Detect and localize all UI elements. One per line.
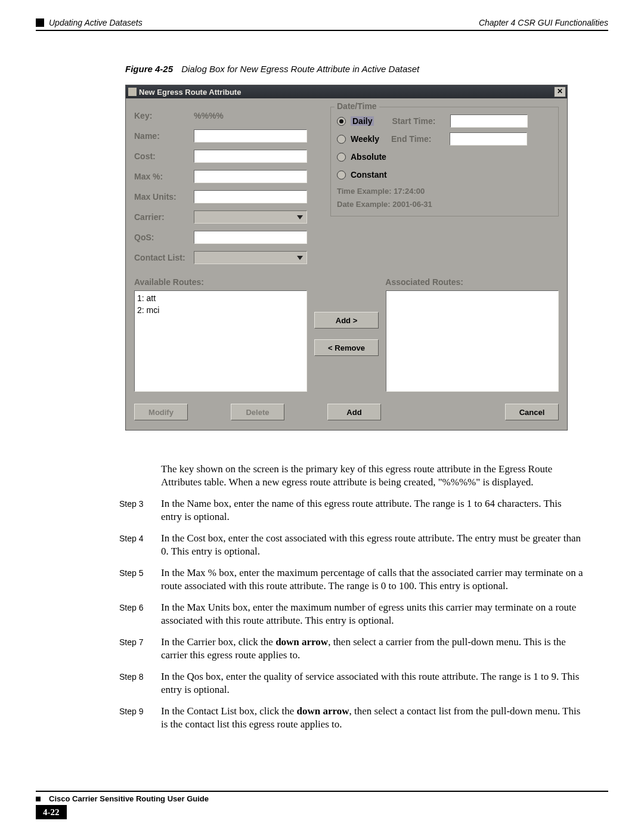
add-move-button[interactable]: Add > — [314, 312, 379, 329]
radio-constant-label: Constant — [351, 170, 387, 179]
step-text: In the Cost box, enter the cost associat… — [161, 532, 584, 558]
value-key: %%%% — [194, 111, 224, 120]
label-contactlist: Contact List: — [134, 253, 194, 262]
max-percent-input[interactable] — [194, 170, 307, 183]
label-maxunits: Max Units: — [134, 192, 194, 202]
step-text: In the Max % box, enter the maximum perc… — [161, 566, 584, 593]
available-routes-list[interactable]: 1: att 2: mci — [134, 290, 307, 392]
max-units-input[interactable] — [194, 190, 307, 203]
label-qos: QoS: — [134, 233, 194, 242]
header-rule — [36, 30, 608, 31]
dialog-titlebar: New Egress Route Attribute ✕ — [126, 85, 567, 98]
start-time-input[interactable] — [450, 114, 528, 128]
step-text: In the Contact List box, click the down … — [161, 705, 584, 731]
name-input[interactable] — [194, 129, 307, 143]
contact-list-select[interactable] — [194, 251, 307, 264]
footer-guide: Cisco Carrier Sensitive Routing User Gui… — [49, 794, 209, 803]
radio-constant[interactable] — [337, 171, 346, 179]
step-label: Step 6 — [119, 601, 161, 627]
associated-routes-list[interactable] — [386, 290, 559, 392]
label-cost: Cost: — [134, 151, 194, 161]
available-routes-label: Available Routes: — [134, 277, 204, 287]
delete-button[interactable]: Delete — [231, 404, 284, 420]
chevron-down-icon — [297, 215, 303, 219]
footer-square-icon — [36, 797, 41, 801]
radio-daily[interactable] — [337, 117, 346, 126]
carrier-select[interactable] — [194, 210, 307, 224]
page-footer: Cisco Carrier Sensitive Routing User Gui… — [36, 791, 608, 817]
chevron-down-icon — [297, 256, 303, 260]
qos-input[interactable] — [194, 231, 307, 244]
step-text: In the Qos box, enter the quality of ser… — [161, 670, 584, 696]
radio-daily-label: Daily — [351, 116, 374, 126]
radio-weekly[interactable] — [337, 135, 346, 144]
associated-routes-label: Associated Routes: — [385, 277, 463, 287]
dialog-new-egress-route-attribute: New Egress Route Attribute ✕ Key:%%%% Na… — [125, 85, 568, 431]
modify-button[interactable]: Modify — [134, 404, 188, 420]
label-carrier: Carrier: — [134, 212, 194, 222]
step-text: In the Carrier box, click the down arrow… — [161, 636, 584, 662]
add-button[interactable]: Add — [327, 404, 381, 420]
radio-absolute[interactable] — [337, 153, 346, 162]
date-time-group: Date/Time Daily Start Time: Weekly — [330, 107, 559, 216]
date-time-title: Date/Time — [335, 101, 379, 111]
app-icon — [128, 88, 137, 96]
step-label: Step 4 — [119, 532, 161, 558]
label-key: Key: — [134, 111, 194, 120]
header-square-icon — [36, 18, 44, 27]
label-name: Name: — [134, 131, 194, 141]
remove-move-button[interactable]: < Remove — [314, 339, 379, 356]
cancel-button[interactable]: Cancel — [505, 404, 559, 420]
list-item[interactable]: 1: att — [137, 292, 304, 304]
step-label: Step 5 — [119, 566, 161, 593]
end-time-label: End Time: — [391, 134, 445, 144]
radio-absolute-label: Absolute — [351, 152, 386, 162]
page-number: 4-22 — [36, 805, 67, 819]
close-button[interactable]: ✕ — [554, 86, 566, 97]
header-chapter: Chapter 4 CSR GUI Functionalities — [479, 18, 608, 27]
figure-caption: Figure 4-25 Dialog Box for New Egress Ro… — [125, 64, 608, 74]
page-header: Updating Active Datasets Chapter 4 CSR G… — [36, 18, 608, 27]
label-maxpct: Max %: — [134, 172, 194, 181]
start-time-label: Start Time: — [392, 116, 445, 126]
body-text: The key shown on the screen is the prima… — [119, 463, 584, 731]
step-text: In the Name box, enter the name of this … — [161, 497, 584, 524]
figure-label: Figure 4-25 — [125, 64, 173, 74]
radio-weekly-label: Weekly — [351, 134, 379, 144]
step-label: Step 7 — [119, 636, 161, 662]
step-label: Step 8 — [119, 670, 161, 696]
header-section: Updating Active Datasets — [49, 18, 143, 27]
date-example: Date Example: 2001-06-31 — [337, 197, 552, 210]
end-time-input[interactable] — [450, 132, 527, 145]
intro-paragraph: The key shown on the screen is the prima… — [161, 463, 584, 489]
list-item[interactable]: 2: mci — [137, 304, 304, 316]
step-text: In the Max Units box, enter the maximum … — [161, 601, 584, 627]
time-example: Time Example: 17:24:00 — [337, 184, 552, 197]
figure-title: Dialog Box for New Egress Route Attribut… — [181, 64, 419, 74]
step-label: Step 9 — [119, 705, 161, 731]
step-label: Step 3 — [119, 497, 161, 524]
cost-input[interactable] — [194, 150, 307, 163]
dialog-title: New Egress Route Attribute — [139, 88, 241, 97]
